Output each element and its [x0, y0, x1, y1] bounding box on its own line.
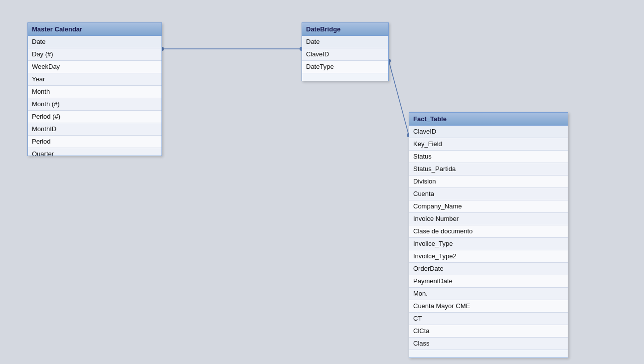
master-calendar-header: Master Calendar — [28, 23, 161, 36]
table-row: Status_Partida — [409, 163, 568, 176]
table-row: ClaveID — [302, 48, 388, 61]
table-row: Key_Field — [409, 138, 568, 151]
table-row: Class — [409, 338, 568, 350]
table-row: Date — [302, 36, 388, 48]
table-row: MonthID — [28, 123, 161, 136]
table-row: Invoilce_Type2 — [409, 250, 568, 263]
table-row: Mon. — [409, 288, 568, 300]
master-calendar-table: Master Calendar DateDay (#)WeekDayYearMo… — [27, 22, 162, 156]
table-row: Cuenta Mayor CME — [409, 300, 568, 313]
table-row: Quarter — [28, 148, 161, 156]
table-row: Cuenta — [409, 188, 568, 200]
table-row: Clase de documento — [409, 225, 568, 238]
datebridge-body[interactable]: DateClaveIDDateType — [302, 36, 388, 81]
table-row: OrderDate — [409, 263, 568, 275]
table-row: Division — [409, 176, 568, 188]
table-row: DateType — [302, 61, 388, 73]
table-row: Invoilce_Type — [409, 238, 568, 250]
fact-table-body[interactable]: ClaveIDKey_FieldStatusStatus_PartidaDivi… — [409, 126, 568, 358]
table-row: Status — [409, 151, 568, 163]
table-row: Month — [28, 86, 161, 98]
datebridge-table: DateBridge DateClaveIDDateType — [302, 22, 389, 81]
table-row: Year — [28, 73, 161, 86]
table-row: CT — [409, 313, 568, 325]
table-row: ClaveID — [409, 126, 568, 138]
table-row: Month (#) — [28, 98, 161, 111]
table-row: PaymentDate — [409, 275, 568, 288]
table-row: ClCta — [409, 325, 568, 338]
svg-line-3 — [389, 61, 409, 135]
table-row: Company_Name — [409, 200, 568, 213]
datebridge-header: DateBridge — [302, 23, 388, 36]
table-row: WeekDay — [28, 61, 161, 73]
fact-table-header: Fact_Table — [409, 113, 568, 126]
table-row: Day (#) — [28, 48, 161, 61]
master-calendar-body[interactable]: DateDay (#)WeekDayYearMonthMonth (#)Peri… — [28, 36, 161, 156]
table-row: Period — [28, 136, 161, 148]
diagram-canvas: Master Calendar DateDay (#)WeekDayYearMo… — [0, 0, 644, 364]
fact-table: Fact_Table ClaveIDKey_FieldStatusStatus_… — [409, 112, 568, 358]
table-row: Date — [28, 36, 161, 48]
table-row: Invoice Number — [409, 213, 568, 225]
table-row: Period (#) — [28, 111, 161, 123]
